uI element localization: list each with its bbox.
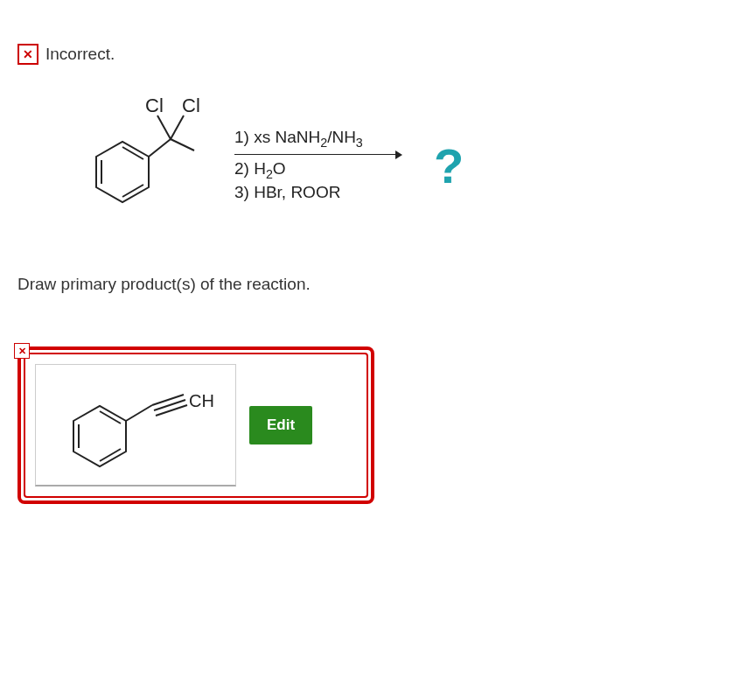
svg-line-6 bbox=[171, 116, 184, 139]
incorrect-icon: ✕ bbox=[17, 44, 38, 65]
status-text: Incorrect. bbox=[45, 45, 115, 64]
cl-label-2: Cl bbox=[182, 94, 200, 116]
reaction-conditions: 1) xs NaNH2/NH3 2) H2O 3) HBr, ROOR bbox=[227, 127, 408, 204]
svg-line-12 bbox=[126, 405, 152, 421]
reaction-arrow bbox=[234, 154, 401, 155]
svg-line-3 bbox=[122, 185, 143, 197]
condition-step-3: 3) HBr, ROOR bbox=[234, 182, 401, 204]
svg-line-4 bbox=[149, 139, 171, 157]
svg-line-10 bbox=[100, 411, 121, 424]
reactant-structure: Cl Cl bbox=[61, 91, 210, 240]
answer-ch-label: CH bbox=[189, 391, 214, 410]
svg-line-14 bbox=[154, 400, 185, 410]
answer-structure-drawing[interactable]: CH bbox=[35, 364, 236, 486]
reaction-scheme: Cl Cl 1) xs NaNH2/NH3 2) H2O 3) HBr, ROO… bbox=[61, 91, 737, 240]
svg-line-13 bbox=[152, 395, 184, 405]
svg-marker-8 bbox=[73, 406, 126, 466]
answer-box: ✕ CH Edit bbox=[17, 346, 374, 504]
condition-step-2: 2) H2O bbox=[234, 158, 401, 182]
svg-line-5 bbox=[157, 116, 171, 139]
product-placeholder: ? bbox=[434, 137, 464, 194]
cl-label-1: Cl bbox=[145, 94, 164, 116]
feedback-status: ✕ Incorrect. bbox=[17, 44, 737, 65]
svg-line-7 bbox=[171, 139, 194, 150]
condition-step-1: 1) xs NaNH2/NH3 bbox=[234, 127, 401, 150]
svg-line-15 bbox=[156, 405, 187, 416]
instruction-text: Draw primary product(s) of the reaction. bbox=[17, 275, 737, 294]
edit-button[interactable]: Edit bbox=[249, 406, 312, 444]
svg-line-2 bbox=[122, 147, 143, 159]
svg-marker-0 bbox=[96, 142, 149, 202]
svg-line-11 bbox=[100, 449, 121, 461]
answer-incorrect-icon: ✕ bbox=[14, 343, 30, 359]
